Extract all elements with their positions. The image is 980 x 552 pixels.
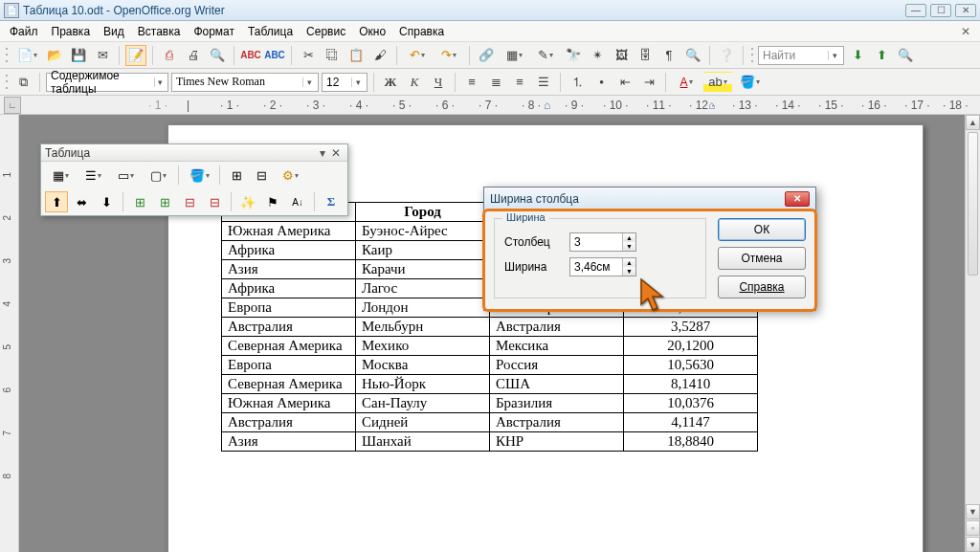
table-row[interactable]: Северная АмерикаНью-ЙоркСША8,1410 bbox=[222, 375, 758, 394]
nonprint-chars-button[interactable]: ¶ bbox=[658, 45, 679, 66]
align-bottom-button[interactable]: ⬇ bbox=[95, 191, 118, 212]
help-button[interactable]: ❔ bbox=[716, 45, 737, 66]
show-draw-button[interactable]: ✎ bbox=[531, 45, 560, 66]
table-cell[interactable]: Бразилия bbox=[490, 394, 624, 413]
redo-button[interactable]: ↷ bbox=[434, 45, 463, 66]
sum-button[interactable]: Σ bbox=[320, 191, 343, 212]
find-all-button[interactable]: 🔍 bbox=[895, 45, 916, 66]
styles-button[interactable]: ⧉ bbox=[12, 72, 33, 93]
align-middle-button[interactable]: ⬌ bbox=[70, 191, 93, 212]
align-center-button[interactable]: ≣ bbox=[485, 72, 506, 93]
find-combo[interactable]: Найти ▾ bbox=[758, 46, 844, 65]
gallery-button[interactable]: 🖼 bbox=[611, 45, 632, 66]
spin-down-icon[interactable]: ▼ bbox=[623, 242, 635, 251]
close-document-icon[interactable]: ✕ bbox=[955, 23, 976, 40]
page-down-button[interactable]: ▾ bbox=[966, 537, 980, 552]
minimize-button[interactable]: — bbox=[905, 4, 926, 17]
font-name-combo[interactable]: Times New Roman▾ bbox=[171, 73, 319, 92]
data-sources-button[interactable]: 🗄 bbox=[635, 45, 656, 66]
table-cell[interactable]: Лагос bbox=[356, 279, 490, 298]
table-cell[interactable]: Шанхай bbox=[356, 432, 490, 452]
save-button[interactable]: 💾 bbox=[68, 45, 89, 66]
width-input[interactable] bbox=[570, 258, 622, 276]
table-cell[interactable]: Москва bbox=[356, 356, 490, 375]
table-cell[interactable]: Сидней bbox=[356, 413, 490, 432]
menu-file[interactable]: Файл bbox=[4, 23, 44, 40]
align-top-button[interactable]: ⬆ bbox=[45, 191, 68, 212]
table-toolbar-floating[interactable]: Таблица ▾ ✕ ▦ ☰ ▭ ▢ 🪣 ⊞ ⊟ ⚙ ⬆ ⬌ ⬇ ⊞ ⊞ ⊟ … bbox=[40, 144, 348, 216]
table-cell[interactable]: США bbox=[490, 375, 624, 394]
ruler-corner-icon[interactable]: ∟ bbox=[4, 97, 21, 114]
ruler-vertical[interactable]: 1 2 3 4 5 6 7 8 bbox=[0, 115, 19, 552]
table-cell[interactable]: Австралия bbox=[490, 318, 624, 337]
decrease-indent-button[interactable]: ⇤ bbox=[614, 72, 635, 93]
print-button[interactable]: 🖨 bbox=[183, 45, 204, 66]
borders-button[interactable]: ▢ bbox=[143, 165, 173, 186]
menu-insert[interactable]: Вставка bbox=[132, 23, 187, 40]
spin-up-icon[interactable]: ▲ bbox=[623, 258, 635, 267]
align-justify-button[interactable]: ☰ bbox=[533, 72, 554, 93]
table-cell[interactable]: Африка bbox=[222, 279, 356, 298]
table-cell[interactable]: 10,5630 bbox=[624, 356, 758, 375]
autospell-button[interactable]: ABC bbox=[264, 45, 285, 66]
table-cell[interactable]: Азия bbox=[222, 260, 356, 279]
table-cell[interactable]: 10,0376 bbox=[624, 394, 758, 413]
spellcheck-button[interactable]: ABC bbox=[240, 45, 261, 66]
menu-view[interactable]: Вид bbox=[98, 23, 130, 40]
table-cell[interactable]: Африка bbox=[222, 241, 356, 260]
table-cell[interactable]: Россия bbox=[490, 356, 624, 375]
bg-color-table-button[interactable]: 🪣 bbox=[184, 165, 214, 186]
scroll-up-button[interactable]: ▲ bbox=[966, 115, 980, 130]
find-next-button[interactable]: ⬇ bbox=[847, 45, 868, 66]
help-dialog-button[interactable]: Справка bbox=[718, 276, 806, 298]
delete-col-button[interactable]: ⊟ bbox=[203, 191, 226, 212]
table-props-button[interactable]: ⚑ bbox=[261, 191, 284, 212]
float-titlebar[interactable]: Таблица ▾ ✕ bbox=[41, 144, 347, 162]
scroll-down-button[interactable]: ▼ bbox=[966, 504, 980, 519]
line-style-button[interactable]: ☰ bbox=[78, 165, 108, 186]
column-spinner[interactable]: ▲▼ bbox=[569, 232, 636, 252]
table-cell[interactable]: 20,1200 bbox=[624, 337, 758, 356]
table-insert-button[interactable]: ▦ bbox=[45, 165, 76, 186]
insert-col-button[interactable]: ⊞ bbox=[153, 191, 176, 212]
insert-table-button[interactable]: ▦ bbox=[500, 45, 528, 66]
cancel-button[interactable]: Отмена bbox=[718, 247, 806, 270]
table-cell[interactable]: Южная Америка bbox=[222, 394, 356, 413]
email-button[interactable]: ✉ bbox=[92, 45, 113, 66]
table-cell[interactable]: Австралия bbox=[222, 318, 356, 337]
maximize-button[interactable]: ☐ bbox=[930, 4, 951, 17]
toolbar-grip-2[interactable] bbox=[749, 46, 755, 65]
ok-button[interactable]: ОК bbox=[718, 218, 806, 241]
table-cell[interactable]: Мельбурн bbox=[356, 318, 490, 337]
table-cell[interactable]: Мехико bbox=[356, 337, 490, 356]
table-row[interactable]: Южная АмерикаСан-ПаулуБразилия10,0376 bbox=[222, 394, 758, 413]
float-dropdown-icon[interactable]: ▾ bbox=[317, 146, 328, 160]
scrollbar-vertical[interactable]: ▲ ▼ ◦ ▾ bbox=[965, 115, 980, 552]
bg-color-button[interactable]: 🪣 bbox=[735, 72, 764, 93]
optimize-button[interactable]: ⚙ bbox=[275, 165, 305, 186]
hyperlink-button[interactable]: 🔗 bbox=[476, 45, 497, 66]
edit-doc-button[interactable]: 📝 bbox=[125, 45, 146, 66]
scroll-thumb[interactable] bbox=[968, 132, 978, 276]
underline-button[interactable]: Ч bbox=[428, 72, 449, 93]
paste-button[interactable]: 📋 bbox=[345, 45, 367, 66]
float-close-button[interactable]: ✕ bbox=[328, 146, 344, 160]
width-spinner[interactable]: ▲▼ bbox=[569, 257, 636, 276]
menu-help[interactable]: Справка bbox=[393, 23, 450, 40]
toolbar-grip-3[interactable] bbox=[4, 73, 10, 92]
format-paint-button[interactable]: 🖌 bbox=[369, 45, 390, 66]
table-cell[interactable]: Мексика bbox=[490, 337, 624, 356]
align-left-button[interactable]: ≡ bbox=[461, 72, 482, 93]
bullet-list-button[interactable]: ⦁ bbox=[590, 72, 612, 93]
table-cell[interactable]: КНР bbox=[490, 432, 624, 452]
table-cell[interactable]: Северная Америка bbox=[222, 375, 356, 394]
print-preview-button[interactable]: 🔍 bbox=[207, 45, 228, 66]
page-up-button[interactable]: ◦ bbox=[966, 520, 980, 536]
new-doc-button[interactable]: 📄 bbox=[12, 45, 41, 66]
font-size-combo[interactable]: 12▾ bbox=[322, 73, 368, 92]
table-row[interactable]: АвстралияСиднейАвстралия4,1147 bbox=[222, 413, 758, 432]
menu-tools[interactable]: Сервис bbox=[301, 23, 351, 40]
align-right-button[interactable]: ≡ bbox=[509, 72, 530, 93]
spin-up-icon[interactable]: ▲ bbox=[623, 233, 635, 242]
table-cell[interactable]: Буэнос-Айрес bbox=[356, 222, 490, 241]
